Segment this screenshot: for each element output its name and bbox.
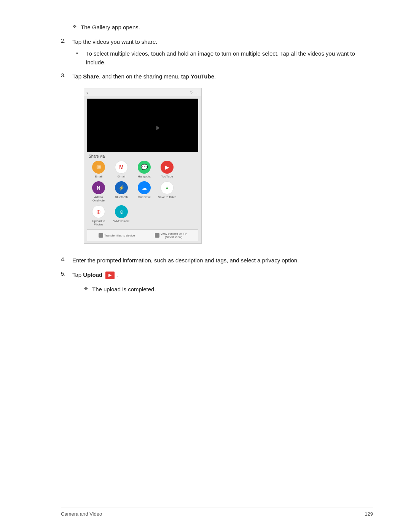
wifidirect-icon: ⊙ — [115, 205, 128, 218]
gmail-icon: M — [115, 161, 128, 174]
step-4-content: Enter the prompted information, such as … — [72, 256, 373, 265]
upload-label: Upload — [83, 272, 102, 278]
share-icon-youtube: ▶ YouTube — [157, 161, 177, 178]
video-preview — [87, 99, 198, 152]
screenshot-topbar: ‹ ♡ ⋮ — [84, 88, 201, 96]
youtube-icon: ▶ — [161, 161, 174, 174]
transfer-files-item: Transfer files to device — [99, 232, 135, 239]
share-icons-row-3: ⊕ Upload to Photos ⊙ Wi-Fi Direct — [87, 205, 198, 226]
step-5-text: Tap Upload ▶ . — [72, 270, 373, 280]
step-2-subbullet: ▪ To select multiple videos, touch and h… — [76, 50, 373, 67]
bullet-gallery-opens: ❖ The Gallery app opens. — [72, 23, 373, 32]
step-2-content: Tap the videos you want to share. ▪ To s… — [72, 37, 373, 67]
share-icon-onenote: N Add to OneNote — [89, 181, 108, 202]
share-icon-onedrive: ☁ OneDrive — [134, 181, 154, 202]
share-icon-email: ✉ Email — [89, 161, 108, 178]
step-5: 5. Tap Upload ▶ . — [61, 270, 373, 280]
bluetooth-icon: ⚡ — [115, 181, 128, 194]
email-icon: ✉ — [92, 161, 105, 174]
share-icons-row-1: ✉ Email M Gmail 💬 Hangouts ▶ — [87, 161, 198, 178]
step-3-number: 3. — [61, 72, 72, 78]
upload-completed-text: The upload is completed. — [92, 285, 156, 294]
transfer-label: Transfer files to device — [104, 234, 135, 237]
step-3-text: Tap Share, and then on the sharing menu,… — [72, 72, 373, 81]
step-5-prefix: Tap — [72, 272, 83, 278]
share-icon-hangouts: 💬 Hangouts — [134, 161, 154, 178]
share-icon-savetodrive: ▲ Save to Drive — [157, 181, 177, 202]
view-content-item: View content on TV(Smart View) — [155, 232, 187, 239]
page-content: ❖ The Gallery app opens. 2. Tap the vide… — [0, 0, 411, 328]
share-bottom-bar: Transfer files to device View content on… — [87, 229, 198, 241]
topbar-icons: ♡ ⋮ — [190, 90, 199, 95]
screenshot-inner: Share via ✉ Email M Gmail 💬 — [84, 96, 201, 243]
hangouts-icon: 💬 — [138, 161, 151, 174]
step-4-number: 4. — [61, 256, 72, 262]
step-3-content: Tap Share, and then on the sharing menu,… — [72, 72, 373, 251]
share-via-label: Share via — [89, 154, 198, 158]
subbullet-marker: ▪ — [76, 50, 84, 56]
savetodrive-icon: ▲ — [161, 181, 174, 194]
step-2: 2. Tap the videos you want to share. ▪ T… — [61, 37, 373, 67]
photos-icon: ⊕ — [92, 205, 105, 218]
step-2-number: 2. — [61, 37, 72, 44]
onenote-icon: N — [92, 181, 105, 194]
page-footer: Camera and Video 129 — [61, 508, 373, 517]
share-icon-wifidirect: ⊙ Wi-Fi Direct — [112, 205, 131, 226]
back-arrow-icon: ‹ — [86, 90, 88, 95]
diamond-icon: ❖ — [72, 24, 77, 29]
share-icon-gmail: M Gmail — [112, 161, 131, 178]
step-3: 3. Tap Share, and then on the sharing me… — [61, 72, 373, 251]
upload-icon-inline: ▶ — [105, 272, 115, 279]
share-icons-row-2: N Add to OneNote ⚡ Bluetooth ☁ OneDrive — [87, 181, 198, 202]
footer-page-number: 129 — [365, 511, 373, 517]
screenshot-image: ‹ ♡ ⋮ Share via — [84, 88, 202, 244]
smartview-label: View content on TV(Smart View) — [161, 232, 187, 239]
step-5-number: 5. — [61, 270, 72, 277]
diamond-2-icon: ❖ — [84, 286, 88, 291]
share-icon-photos: ⊕ Upload to Photos — [89, 205, 108, 226]
footer-section-label: Camera and Video — [61, 511, 102, 517]
share-icon-bluetooth: ⚡ Bluetooth — [112, 181, 131, 202]
onedrive-icon: ☁ — [138, 181, 151, 194]
step-5-content: Tap Upload ▶ . — [72, 270, 373, 280]
step-2-text: Tap the videos you want to share. — [72, 37, 373, 46]
step-4-text: Enter the prompted information, such as … — [72, 256, 373, 265]
gallery-opens-text: The Gallery app opens. — [81, 23, 140, 32]
transfer-icon — [99, 233, 103, 238]
smartview-icon — [155, 233, 159, 238]
step-4: 4. Enter the prompted information, such … — [61, 256, 373, 265]
subbullet-text: To select multiple videos, touch and hol… — [86, 50, 373, 67]
bullet-upload-completed: ❖ The upload is completed. — [84, 285, 373, 294]
